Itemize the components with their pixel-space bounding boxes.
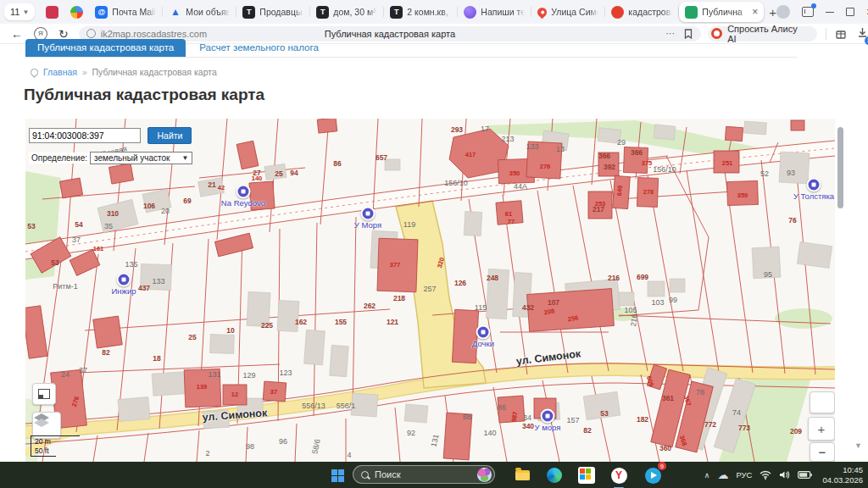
parcel-label: 95 <box>764 270 772 279</box>
tab-close-icon[interactable]: × <box>752 7 758 17</box>
poi-label: У Моря <box>354 220 381 230</box>
browser-tab[interactable]: Улица Симо <box>531 2 604 22</box>
poi-icon[interactable] <box>236 185 251 199</box>
parcel-label: 93 <box>787 169 795 177</box>
breadcrumb-home[interactable]: Главная <box>43 67 77 77</box>
parcel-label: 262 <box>364 302 376 310</box>
language-indicator[interactable]: РУС <box>736 470 752 480</box>
parcel-label: 69 <box>183 197 191 205</box>
clock[interactable]: 10:45 04.03.2026 <box>822 465 863 485</box>
parcel-label: 96 <box>279 437 287 446</box>
parcel-label: 37 <box>270 388 277 396</box>
tab-land-tax[interactable]: Расчет земельного налога <box>199 42 319 57</box>
parcel-label: 360 <box>659 444 671 452</box>
parcel-label: 248 <box>487 274 498 282</box>
bookmark-icon[interactable] <box>684 29 693 39</box>
wifi-icon[interactable] <box>760 470 771 480</box>
parcel-label: 350 <box>509 169 520 177</box>
poi-label: У Толстяка <box>793 191 834 201</box>
parcel-label: 119 <box>403 220 415 229</box>
browser-tab[interactable]: ▲Мои объявл <box>163 2 236 22</box>
search-highlight-image <box>477 468 492 482</box>
parcel-label: 340 <box>522 422 534 430</box>
parcel-label: 82 <box>583 426 591 435</box>
parcel-label: 209 <box>790 427 802 435</box>
store-button[interactable] <box>576 465 597 485</box>
parcel-label: 649 <box>615 185 624 196</box>
reload-icon[interactable]: ↻ <box>58 28 69 40</box>
extensions-icon[interactable] <box>835 28 847 40</box>
parcel-label: 17 <box>481 125 489 133</box>
poi-label: Дочки <box>472 339 494 348</box>
parcel-label: 162 <box>295 318 307 326</box>
parcel-label: 53 <box>27 222 35 230</box>
tray-time: 10:45 <box>822 465 863 475</box>
parcel-label: 276 <box>70 396 81 408</box>
tab-counter[interactable]: 11 ▼ <box>4 3 35 20</box>
profile-avatar[interactable] <box>776 5 790 19</box>
poi-icon[interactable] <box>807 178 821 192</box>
parcel-label: 37 <box>79 366 87 374</box>
browser-tab[interactable]: Тдом, 30 м², 6 <box>310 2 383 22</box>
more-icon[interactable]: ⋯ <box>665 28 676 39</box>
zoom-in-button[interactable]: + <box>808 417 835 441</box>
poi-icon[interactable] <box>361 207 376 221</box>
dots-favicon-icon <box>70 6 83 19</box>
weather-cloud-icon[interactable]: ☁ <box>717 469 728 481</box>
layers-icon <box>33 413 50 428</box>
browser-tab[interactable] <box>40 2 64 22</box>
battery-icon[interactable] <box>798 471 812 479</box>
edge-button[interactable] <box>544 465 565 485</box>
browser-tab[interactable]: Публична× <box>679 2 764 22</box>
cadastral-number-input[interactable] <box>29 128 141 143</box>
tab-cadastral-map[interactable]: Публичная кадастровая карта <box>25 39 186 57</box>
parcel-label: 253 <box>595 200 606 208</box>
yandex-browser-button[interactable]: Y <box>609 465 629 485</box>
parcel-label: 24 <box>61 370 70 379</box>
back-icon[interactable]: ← <box>11 28 23 40</box>
parcel-label: 77 <box>508 218 515 225</box>
parcel-label: 157 <box>566 416 579 424</box>
page-title-text: Публичная кадастровая карта <box>79 29 701 39</box>
browser-tab[interactable]: Т2 комн.кв, 3 <box>384 2 457 22</box>
find-button[interactable]: Найти <box>147 127 192 144</box>
poi-icon[interactable] <box>476 325 491 340</box>
taskbar-search[interactable]: Поиск <box>353 465 495 484</box>
filter-select[interactable]: земельный участок ▼ <box>90 152 192 164</box>
browser-tab[interactable]: ТПродавцы, <box>236 2 309 22</box>
page-scrollbar-thumb[interactable] <box>837 127 843 208</box>
zoom-out-button[interactable]: − <box>810 442 835 462</box>
poi-icon[interactable] <box>117 273 131 287</box>
dark-favicon-icon: Т <box>390 6 403 19</box>
browser-tab[interactable]: @Почта Mail <box>89 2 162 22</box>
new-tab-button[interactable]: + <box>769 5 776 19</box>
tab-panels-icon[interactable] <box>802 7 814 17</box>
tray-chevron-icon[interactable]: ∧ <box>704 471 710 480</box>
parcel-label: 609 <box>645 375 655 388</box>
filter-label: Определение: <box>29 152 90 164</box>
tabs: @Почта Mail▲Мои объявлТПродавцы, Тдом, 3… <box>40 2 764 22</box>
speaker-icon[interactable] <box>779 470 790 480</box>
parcel-label: 78 <box>696 388 704 396</box>
poi-icon[interactable] <box>541 409 555 424</box>
browser-tab[interactable]: Напиши тек <box>458 2 531 22</box>
start-button[interactable] <box>327 465 348 485</box>
scroll-down-icon[interactable]: ▼ <box>854 441 862 450</box>
parcel-label: 213 <box>501 135 514 143</box>
alice-icon <box>711 28 722 39</box>
divider <box>826 28 826 40</box>
browser-tab[interactable]: кадастрова <box>605 2 678 22</box>
parcel-label: 106 <box>143 202 155 210</box>
parcel-label: 92 <box>407 429 415 437</box>
cadastral-map-canvas[interactable]: 135133Ритм-1156/10156/1044А2131729529313… <box>25 119 835 462</box>
poi-label: Инжир <box>111 286 136 296</box>
browser-tab[interactable] <box>64 2 89 22</box>
downloads-button[interactable]: 2 <box>857 26 868 42</box>
file-explorer-button[interactable] <box>512 465 532 485</box>
minimize-icon[interactable] <box>826 12 834 13</box>
basemap-button[interactable] <box>32 383 56 405</box>
alice-ai-button[interactable]: Спросить Алису AI <box>708 26 817 42</box>
restore-icon[interactable] <box>846 8 854 16</box>
fullscreen-button[interactable] <box>810 391 835 413</box>
telegram-button[interactable]: 9 <box>643 465 663 485</box>
